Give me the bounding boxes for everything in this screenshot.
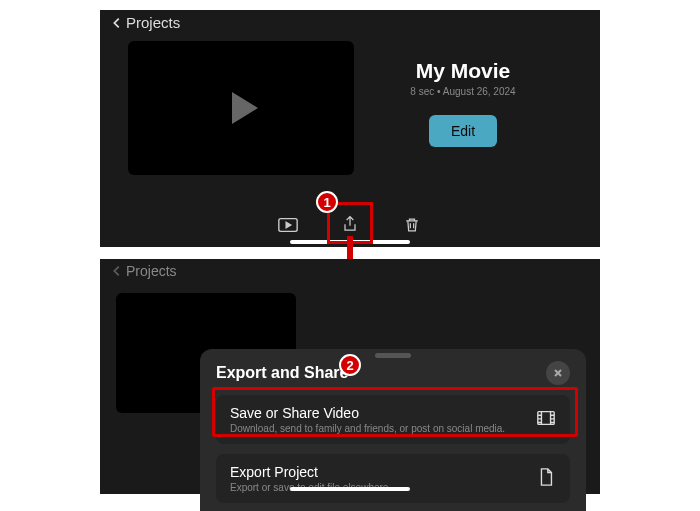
project-meta: 8 sec • August 26, 2024 (410, 86, 515, 97)
back-label: Projects (126, 14, 180, 31)
back-button-dim[interactable]: Projects (110, 263, 177, 279)
home-indicator[interactable] (290, 487, 410, 491)
back-label-dim: Projects (126, 263, 177, 279)
option-title: Save or Share Video (230, 405, 524, 421)
close-button[interactable] (546, 361, 570, 385)
back-button[interactable]: Projects (110, 14, 180, 31)
edit-button[interactable]: Edit (429, 115, 497, 147)
sheet-grabber[interactable] (375, 353, 411, 358)
chevron-left-icon (110, 16, 124, 30)
annotation-badge-2: 2 (339, 354, 361, 376)
film-icon (536, 408, 556, 432)
document-icon (536, 467, 556, 491)
trash-icon (401, 215, 423, 235)
export-sheet-screen: Projects Export and Share Save or Share … (100, 259, 600, 494)
annotation-badge-1: 1 (316, 191, 338, 213)
sheet-title: Export and Share (216, 364, 348, 382)
chevron-left-icon (110, 264, 124, 278)
delete-button[interactable] (393, 211, 431, 239)
save-share-video-option[interactable]: Save or Share Video Download, send to fa… (216, 395, 570, 444)
project-info: My Movie 8 sec • August 26, 2024 Edit (354, 41, 572, 175)
project-title: My Movie (416, 59, 511, 83)
export-project-option[interactable]: Export Project Export or save to edit fi… (216, 454, 570, 503)
play-icon (232, 92, 258, 124)
option-title: Export Project (230, 464, 524, 480)
play-rect-icon (277, 215, 299, 235)
project-thumbnail[interactable] (128, 41, 354, 175)
close-icon (552, 367, 564, 379)
play-fullscreen-button[interactable] (269, 211, 307, 239)
nav-header-dim: Projects (100, 259, 600, 283)
option-subtitle: Download, send to family and friends, or… (230, 423, 524, 434)
nav-header: Projects (100, 10, 600, 35)
